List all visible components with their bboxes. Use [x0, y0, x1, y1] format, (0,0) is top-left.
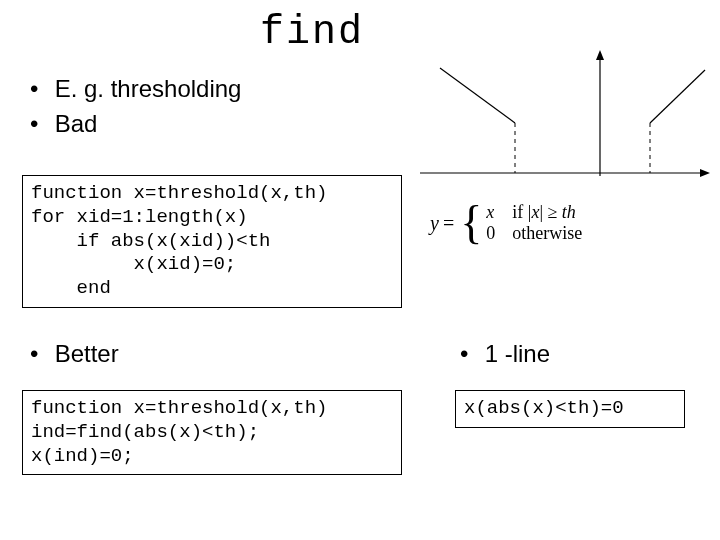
bullet-better: • Better [30, 340, 119, 368]
bullet-bad: • Bad [30, 110, 97, 138]
bullet-dot-icon: • [460, 340, 478, 368]
bullet-dot-icon: • [30, 75, 48, 103]
svg-marker-1 [596, 50, 604, 60]
code-better: function x=threshold(x,th) ind=find(abs(… [22, 390, 402, 475]
page-title: find [260, 10, 364, 55]
threshold-plot [420, 48, 710, 178]
eq-case2-cond: otherwise [512, 223, 582, 244]
eq-equals: = [443, 212, 454, 235]
bullet-eg-text: E. g. thresholding [55, 75, 242, 102]
svg-line-6 [650, 70, 705, 123]
bullet-oneline: • 1 -line [460, 340, 550, 368]
bullet-dot-icon: • [30, 340, 48, 368]
bullet-oneline-text: 1 -line [485, 340, 550, 367]
threshold-equation: y = { x if |x| ≥ th 0 otherwise [430, 200, 710, 246]
bullet-better-text: Better [55, 340, 119, 367]
bullet-bad-text: Bad [55, 110, 98, 137]
bullet-eg: • E. g. thresholding [30, 75, 241, 103]
eq-lhs: y [430, 212, 439, 235]
eq-case1-cond: if |x| ≥ th [512, 202, 576, 223]
eq-case1-val: x [486, 202, 512, 223]
code-oneline: x(abs(x)<th)=0 [455, 390, 685, 428]
brace-icon: { [460, 200, 482, 246]
code-bad: function x=threshold(x,th) for xid=1:len… [22, 175, 402, 308]
svg-marker-3 [700, 169, 710, 177]
svg-line-4 [440, 68, 515, 123]
eq-case2-val: 0 [486, 223, 512, 244]
bullet-dot-icon: • [30, 110, 48, 138]
